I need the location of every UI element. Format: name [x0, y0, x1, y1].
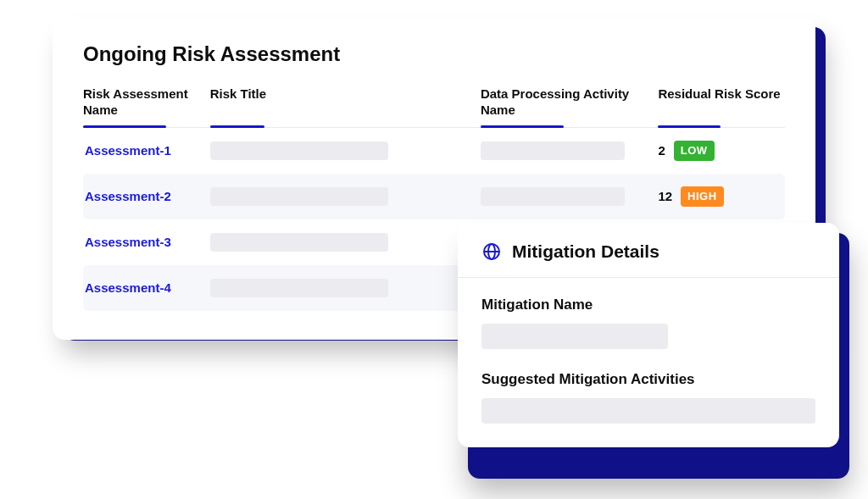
suggested-activities-field[interactable]: [481, 398, 815, 424]
mitigation-details-popover: Mitigation Details Mitigation Name Sugge…: [458, 223, 839, 447]
placeholder: [210, 233, 388, 252]
col-header-dpa-label: Data Processing Activity Name: [481, 86, 629, 117]
dpa-cell: [481, 141, 659, 160]
risk-title-cell: [210, 233, 481, 252]
placeholder: [210, 187, 388, 206]
mitigation-name-label: Mitigation Name: [481, 297, 815, 313]
col-header-score-label: Residual Risk Score: [658, 86, 780, 101]
col-header-name-label: Risk Assessment Name: [83, 86, 188, 117]
table-header: Risk Assessment Name Risk Title Data Pro…: [83, 86, 785, 128]
risk-title-cell: [210, 141, 481, 160]
col-header-name[interactable]: Risk Assessment Name: [83, 86, 210, 127]
assessment-link[interactable]: Assessment-3: [83, 235, 210, 249]
col-header-dpa[interactable]: Data Processing Activity Name: [481, 86, 659, 127]
assessment-link[interactable]: Assessment-1: [83, 143, 210, 158]
placeholder: [210, 279, 388, 297]
placeholder: [481, 187, 625, 206]
assessment-link[interactable]: Assessment-2: [83, 189, 210, 203]
score-cell: 2 LOW: [658, 141, 785, 161]
assessment-link[interactable]: Assessment-4: [83, 280, 210, 295]
popover-title: Mitigation Details: [512, 241, 659, 262]
table-row[interactable]: Assessment-2 12 HIGH: [83, 174, 785, 219]
score-value: 2: [658, 143, 665, 158]
col-header-title-label: Risk Title: [210, 86, 266, 101]
score-cell: 12 HIGH: [658, 186, 785, 207]
suggested-activities-label: Suggested Mitigation Activities: [481, 371, 815, 388]
risk-title-cell: [210, 187, 481, 206]
dpa-cell: [481, 187, 659, 206]
globe-icon: [481, 241, 502, 262]
placeholder: [210, 141, 388, 160]
col-header-title[interactable]: Risk Title: [210, 86, 481, 127]
placeholder: [481, 141, 625, 160]
risk-title-cell: [210, 279, 481, 297]
score-value: 12: [658, 189, 672, 203]
page-title: Ongoing Risk Assessment: [83, 42, 785, 66]
risk-badge-high: HIGH: [681, 186, 724, 207]
risk-badge-low: LOW: [674, 141, 715, 161]
popover-header: Mitigation Details: [458, 223, 839, 278]
table-row[interactable]: Assessment-1 2 LOW: [83, 128, 785, 174]
mitigation-name-field[interactable]: [481, 324, 668, 349]
col-header-score[interactable]: Residual Risk Score: [658, 86, 785, 127]
popover-body: Mitigation Name Suggested Mitigation Act…: [458, 278, 839, 424]
